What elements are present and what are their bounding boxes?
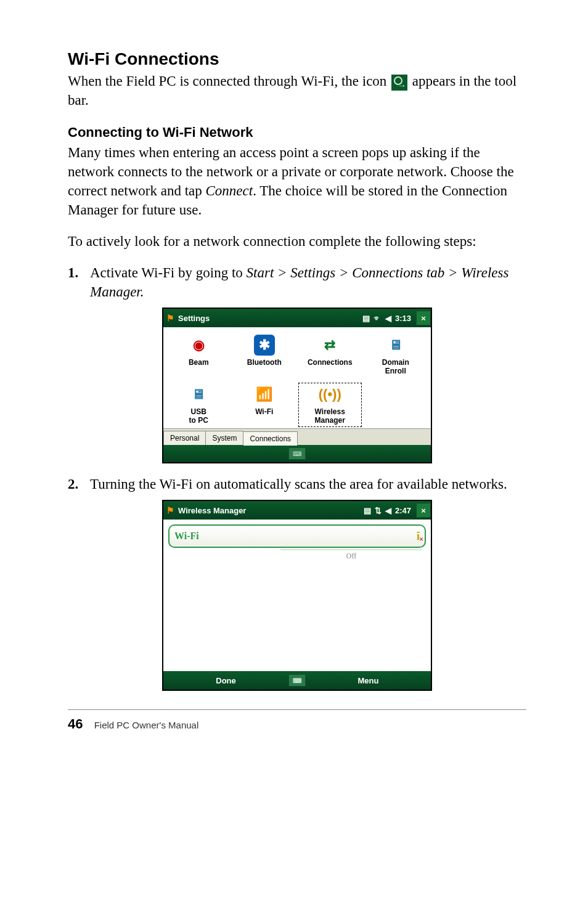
clock: 3:13 (395, 314, 411, 323)
sync-icon: ⇅ (375, 506, 382, 515)
page-footer: 46 Field PC Owner's Manual (68, 716, 526, 732)
wi-fi-icon: 📶 (254, 384, 275, 405)
bluetooth-icon: ✱ (254, 335, 275, 356)
titlebar: ⚑ Wireless Manager ▤ ⇅ ◀ 2:47 × (163, 501, 431, 520)
tab-connections[interactable]: Connections (243, 431, 298, 446)
settings-item-beam[interactable]: ◉Beam (166, 332, 232, 379)
settings-icon-grid: ◉Beam✱Bluetooth⇄Connections🖥DomainEnroll… (163, 327, 431, 428)
volume-icon: ◀ (385, 314, 391, 323)
settings-item-bluetooth[interactable]: ✱Bluetooth (232, 332, 298, 379)
step-1-text: Activate Wi-Fi by going to (90, 265, 247, 280)
section-title: Wi-Fi Connections (68, 49, 526, 69)
keyboard-icon[interactable]: ⌨ (288, 674, 306, 687)
wireless-manager-icon: ((•)) (319, 384, 340, 405)
settings-item-wi-fi[interactable]: 📶Wi-Fi (232, 381, 298, 428)
paragraph-steps-intro: To actively look for a network connectio… (68, 232, 526, 251)
step-1-number: 1. (68, 263, 90, 301)
step-2-text: Turning the Wi-Fi on automatically scans… (90, 475, 507, 494)
antenna-off-icon: ĭ (417, 530, 420, 543)
card-icon: ▤ (364, 506, 371, 515)
subheading: Connecting to Wi-Fi Network (68, 124, 526, 141)
settings-item-label: Wi-Fi (232, 407, 298, 416)
close-button[interactable]: × (416, 503, 431, 518)
settings-item-label: WirelessManager (297, 407, 363, 425)
start-icon[interactable]: ⚑ (163, 505, 177, 515)
window-title: Wireless Manager (177, 506, 364, 515)
start-icon[interactable]: ⚑ (163, 313, 177, 323)
volume-icon: ◀ (385, 506, 391, 515)
status-icons: ▤ ᯤ ◀ 3:13 (362, 314, 414, 323)
wifi-status-icon: ᯤ (374, 314, 382, 323)
wireless-manager-screenshot: ⚑ Wireless Manager ▤ ⇅ ◀ 2:47 × Wi-Fi ĭ … (162, 500, 432, 691)
settings-item-label: DomainEnroll (363, 358, 429, 375)
tab-personal[interactable]: Personal (163, 431, 206, 445)
settings-item-label: Connections (297, 358, 363, 367)
window-title: Settings (177, 314, 362, 323)
connect-word: Connect (206, 183, 253, 198)
card-icon: ▤ (362, 314, 370, 323)
done-button[interactable]: Done (163, 676, 288, 685)
domain-enroll-icon: 🖥 (385, 335, 406, 356)
bottom-bar: ⌨ (163, 445, 431, 462)
settings-item-domain-enroll[interactable]: 🖥DomainEnroll (363, 332, 429, 379)
settings-screenshot: ⚑ Settings ▤ ᯤ ◀ 3:13 × ◉Beam✱Bluetooth⇄… (162, 308, 432, 463)
settings-item-label: Bluetooth (232, 358, 298, 367)
settings-item-label: USBto PC (166, 407, 232, 425)
beam-icon: ◉ (188, 335, 209, 356)
bottom-bar: Done ⌨ Menu (163, 671, 431, 690)
settings-item-connections[interactable]: ⇄Connections (297, 332, 363, 379)
keyboard-icon[interactable]: ⌨ (288, 447, 306, 460)
settings-tabs: PersonalSystemConnections (163, 428, 431, 445)
menu-button[interactable]: Menu (306, 676, 431, 685)
footer-rule (68, 709, 526, 710)
tab-system[interactable]: System (205, 431, 243, 445)
paragraph-network-choice: Many times when entering an access point… (68, 143, 526, 219)
book-title: Field PC Owner's Manual (94, 720, 199, 730)
wifi-connected-icon (391, 75, 407, 91)
connections-icon: ⇄ (319, 335, 340, 356)
close-button[interactable]: × (416, 311, 431, 325)
settings-item-usb-to-pc[interactable]: 🖥USBto PC (166, 381, 232, 428)
settings-item-label: Beam (166, 358, 232, 367)
step-1: 1. Activate Wi-Fi by going to Start > Se… (68, 263, 526, 301)
status-icons: ▤ ⇅ ◀ 2:47 (364, 506, 414, 515)
titlebar: ⚑ Settings ▤ ᯤ ◀ 3:13 × (163, 309, 431, 327)
step-2: 2. Turning the Wi-Fi on automatically sc… (68, 475, 526, 494)
wireless-manager-body: Wi-Fi ĭ Off (163, 520, 431, 671)
wifi-row-label: Wi-Fi (174, 531, 199, 542)
wifi-row-status: Off (280, 549, 422, 561)
usb-to-pc-icon: 🖥 (188, 384, 209, 405)
wifi-toggle-row[interactable]: Wi-Fi ĭ (168, 524, 426, 548)
page-number: 46 (68, 716, 83, 732)
clock: 2:47 (395, 506, 411, 515)
intro-text-a: When the Field PC is connected through W… (68, 73, 390, 89)
step-2-number: 2. (68, 475, 90, 494)
settings-item-wireless-manager[interactable]: ((•))WirelessManager (297, 381, 363, 428)
intro-paragraph: When the Field PC is connected through W… (68, 71, 526, 110)
